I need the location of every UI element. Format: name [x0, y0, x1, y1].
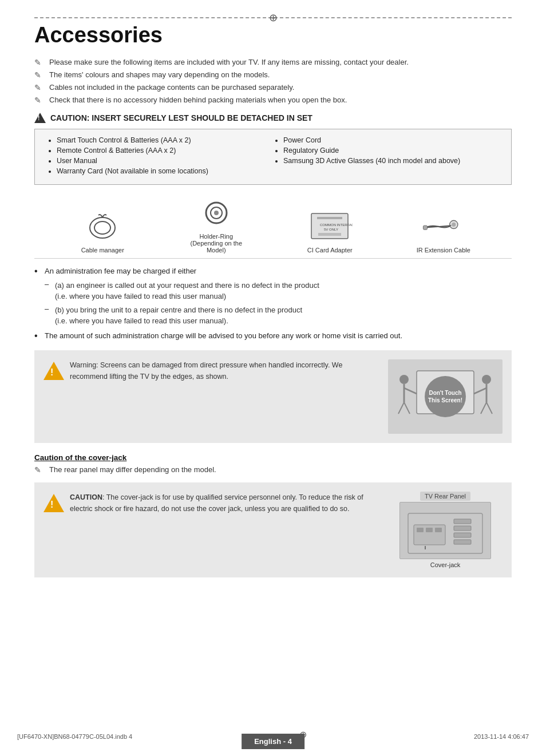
caution-box: CAUTION: The cover-jack is for use by qu…: [34, 482, 512, 577]
sub-text-1a: (a) an engineer is called out at your re…: [55, 280, 319, 302]
note-icon-3: ✎: [34, 83, 47, 92]
acc-item-6: Regulatory Guide: [283, 147, 500, 155]
ci-card-img: COMMON INTERFACE 5V ONLY: [307, 209, 353, 243]
svg-rect-31: [426, 528, 433, 532]
sub-dash-2: –: [45, 304, 55, 327]
admin-fee-main: • An administration fee may be charged i…: [34, 266, 512, 278]
svg-point-19: [482, 375, 491, 384]
bullet-dot-2: •: [34, 330, 45, 342]
divider-1: [34, 258, 512, 259]
sub-text-2a: (b) you bring the unit to a repair centr…: [55, 304, 302, 327]
note-item-1: ✎ Please make sure the following items a…: [34, 58, 512, 67]
ir-extension-label: IR Extension Cable: [417, 247, 470, 254]
svg-rect-27: [454, 533, 471, 537]
page-badge-container: English - 4: [242, 737, 304, 746]
note-text-3: Cables not included in the package conte…: [49, 83, 294, 92]
acc-item-4: Warranty Card (Not available in some loc…: [57, 167, 273, 175]
svg-rect-30: [417, 528, 424, 532]
holder-ring-label: Holder-Ring (Depending on the Model): [182, 233, 251, 254]
note-item-4: ✎ Check that there is no accessory hidde…: [34, 96, 512, 105]
note-icon-2: ✎: [34, 70, 47, 80]
svg-line-22: [481, 402, 486, 414]
acc-item-5: Power Cord: [283, 136, 500, 144]
svg-line-21: [474, 388, 486, 394]
svg-rect-26: [454, 526, 471, 531]
caution-header-text: CAUTION: INSERT SECURELY LEST SHOULD BE …: [50, 113, 312, 122]
sub-dash-1: –: [45, 280, 55, 302]
ci-card-label: CI Card Adapter: [307, 247, 353, 254]
svg-line-16: [404, 388, 417, 394]
accessories-col-right: Power Cord Regulatory Guide Samsung 3D A…: [273, 136, 500, 177]
warning-text: Warning: Screens can be damaged from dir…: [70, 359, 379, 382]
top-compass-icon: ⊕: [269, 11, 278, 24]
cable-manager-label: Cable manager: [81, 247, 124, 254]
acc-item-1: Smart Touch Control & Batteries (AAA x 2…: [57, 136, 273, 144]
tv-rear-panel-label: TV Rear Panel: [420, 492, 470, 501]
note-icon-4: ✎: [34, 96, 47, 105]
svg-rect-12: [423, 225, 427, 229]
svg-point-4: [214, 211, 219, 215]
cover-jack-label: Cover-jack: [430, 561, 461, 568]
caution-header: CAUTION: INSERT SECURELY LEST SHOULD BE …: [34, 113, 512, 123]
svg-point-11: [452, 222, 456, 226]
svg-line-18: [404, 402, 410, 414]
svg-line-17: [398, 402, 404, 414]
acc-item-3: User Manual: [57, 157, 273, 165]
caution-bold: CAUTION: [70, 493, 102, 501]
icon-ir-extension: IR Extension Cable: [409, 209, 478, 254]
caution-cover-note-text: The rear panel may differ depending on t…: [49, 465, 216, 474]
svg-point-14: [399, 375, 409, 384]
caution-cover-note: ✎ The rear panel may differ depending on…: [34, 465, 512, 474]
admin-fee-text: An administration fee may be charged if …: [45, 266, 196, 278]
note-icon-1: ✎: [34, 58, 47, 67]
svg-point-1: [94, 221, 110, 234]
icon-holder-ring: Holder-Ring (Depending on the Model): [182, 195, 251, 254]
svg-rect-6: [317, 217, 342, 219]
page-badge: English - 4: [242, 734, 304, 749]
warning-triangle-icon: [43, 362, 64, 380]
note-text-4: Check that there is no accessory hidden …: [49, 96, 347, 104]
footer-left-text: [UF6470-XN]BN68-04779C-05L04.indb 4: [17, 733, 132, 740]
cable-manager-img: [80, 209, 125, 243]
svg-rect-9: [318, 233, 341, 236]
caution-cover-section: Caution of the cover-jack ✎ The rear pan…: [34, 453, 512, 474]
tv-rear-panel: TV Rear Panel: [388, 492, 503, 568]
admin-fee-section: • An administration fee may be charged i…: [34, 266, 512, 342]
caution-box-text: CAUTION: The cover-jack is for use by qu…: [70, 492, 379, 514]
page: ⊕ Accessories ✎ Please make sure the fol…: [0, 0, 546, 756]
acc-item-7: Samsung 3D Active Glasses (40 inch model…: [283, 157, 500, 165]
caution-box-left: CAUTION: The cover-jack is for use by qu…: [43, 492, 379, 514]
notes-list: ✎ Please make sure the following items a…: [34, 58, 512, 105]
caution-box-triangle: [43, 494, 64, 512]
footer-right-text: 2013-11-14 4:06:47: [474, 733, 529, 740]
warning-box: Warning: Screens can be damaged from dir…: [34, 350, 512, 443]
note-item-3: ✎ Cables not included in the package con…: [34, 83, 512, 92]
badge-line-2: This Screen!: [428, 397, 462, 404]
tv-lift-illustration: Don't Touch This Screen!: [388, 359, 503, 434]
admin-fee-amount: • The amount of such administration char…: [34, 330, 512, 342]
note-text-2: The items' colours and shapes may vary d…: [49, 70, 270, 79]
accessories-list-right: Power Cord Regulatory Guide Samsung 3D A…: [273, 136, 500, 165]
ir-extension-img: [421, 209, 466, 243]
accessories-box: Smart Touch Control & Batteries (AAA x 2…: [34, 129, 512, 185]
page-title: Accessories: [34, 23, 512, 48]
dont-touch-badge: Don't Touch This Screen!: [425, 376, 466, 417]
svg-rect-28: [454, 540, 471, 544]
note-icon-cover: ✎: [34, 465, 47, 474]
caution-triangle-icon: [34, 113, 46, 123]
holder-ring-img: [193, 195, 239, 229]
accessories-col-left: Smart Touch Control & Batteries (AAA x 2…: [46, 136, 273, 177]
icons-row: Cable manager Holder-Ring (Depending on …: [34, 195, 512, 254]
bullet-dot-1: •: [34, 266, 45, 278]
sub-item-a: – (a) an engineer is called out at your …: [45, 280, 512, 302]
admin-amount-text: The amount of such administration charge…: [45, 330, 402, 342]
caution-cover-title: Caution of the cover-jack: [34, 453, 512, 462]
caution-body: : The cover-jack is for use by qualified…: [70, 493, 363, 513]
icon-ci-card-adapter: COMMON INTERFACE 5V ONLY CI Card Adapter: [295, 209, 364, 254]
accessories-list-left: Smart Touch Control & Batteries (AAA x 2…: [46, 136, 273, 175]
note-text-1: Please make sure the following items are…: [49, 58, 409, 66]
icon-cable-manager: Cable manager: [68, 209, 137, 254]
svg-point-0: [90, 217, 115, 238]
warning-left: Warning: Screens can be damaged from dir…: [43, 359, 379, 382]
svg-rect-25: [454, 519, 471, 524]
